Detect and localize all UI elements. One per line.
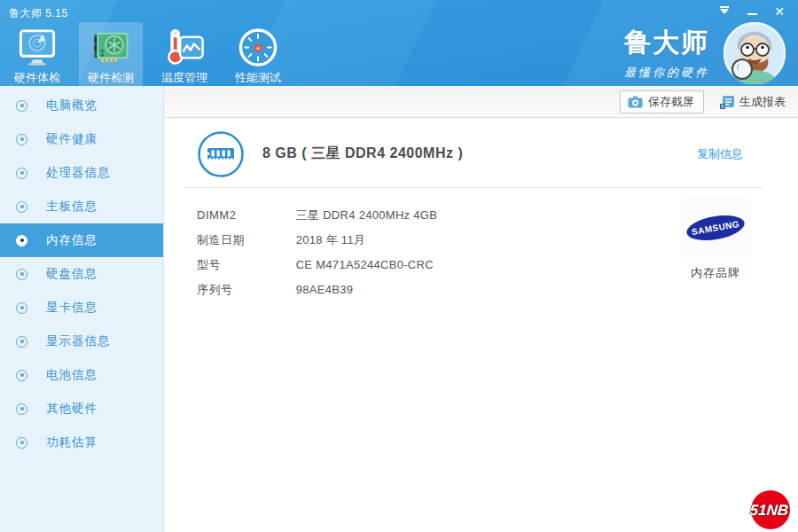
memory-brand-logo: SAMSUNG [681,198,750,257]
tab-label: 硬件检测 [88,70,134,86]
sidebar-item-monitor-info[interactable]: 显示器信息 [0,325,163,358]
gpu-card-icon [90,27,132,68]
svg-text:51NB: 51NB [749,502,789,519]
generate-report-button[interactable]: 生成报表 [720,94,786,110]
sidebar-item-gpu-info[interactable]: 显卡信息 [0,291,163,325]
sidebar-item-power-estimate[interactable]: 功耗估算 [0,426,163,459]
tab-temperature[interactable]: 温度管理 [153,22,216,86]
camera-icon [628,96,643,108]
detail-value: CE M471A5244CB0-CRC [296,258,434,271]
tab-label: 温度管理 [161,70,207,86]
radio-icon [16,370,27,381]
radio-icon [16,201,27,213]
detail-value: 98AE4B39 [296,283,354,296]
window-controls: ✕ [715,4,789,20]
sidebar-item-disk-info[interactable]: 硬盘信息 [0,257,163,291]
close-button[interactable]: ✕ [770,4,789,20]
ram-icon [197,130,245,178]
detail-row-manufacture-date: 制造日期 2018 年 11月 [197,232,365,248]
divider [184,187,763,188]
tab-performance[interactable]: 性能测试 [226,22,290,86]
radio-icon [16,269,27,280]
skin-menu-button[interactable] [715,4,734,20]
memory-brand-caption: 内存品牌 [681,265,750,281]
sidebar-item-motherboard-info[interactable]: 主板信息 [0,190,163,223]
detail-row-model: 型号 CE M471A5244CB0-CRC [197,257,434,273]
app-slogan: 最懂你的硬件 [624,65,709,81]
app-logo: 鲁大师 最懂你的硬件 [624,25,709,81]
speedometer-icon [237,27,279,68]
detail-label: DIMM2 [197,208,293,222]
detail-label: 制造日期 [197,232,293,248]
samsung-logo: SAMSUNG [681,201,750,254]
radio-icon [16,403,27,415]
skin-menu-icon [720,6,729,8]
radio-icon [16,168,27,179]
radio-icon [16,100,27,112]
radio-icon [16,235,27,246]
detail-row-serial: 序列号 98AE4B39 [197,282,353,298]
detail-value: 2018 年 11月 [296,233,366,246]
51nb-watermark: 51NB [749,489,792,530]
memory-summary: 8 GB ( 三星 DDR4 2400MHz ) [262,145,463,163]
memory-info-panel: 8 GB ( 三星 DDR4 2400MHz ) 复制信息 DIMM2 三星 D… [165,118,798,532]
sidebar-item-battery-info[interactable]: 电池信息 [0,358,163,392]
detail-label: 序列号 [197,282,293,298]
main-nav: 硬件体检 硬件检测 [5,22,300,86]
sidebar-item-hardware-health[interactable]: 硬件健康 [0,122,163,156]
minimize-button[interactable] [742,4,762,20]
generate-report-label: 生成报表 [739,94,786,110]
detail-label: 型号 [197,257,293,273]
detail-row-dimm: DIMM2 三星 DDR4 2400MHz 4GB [197,207,437,223]
sidebar: 电脑概览 硬件健康 处理器信息 主板信息 内存信息 硬盘信息 显卡信息 显示器信… [0,86,164,532]
thermometer-chart-icon [163,27,206,68]
content-toolbar: 保存截屏 生成报表 [164,86,798,118]
save-screenshot-label: 保存截屏 [648,94,694,110]
radio-icon [16,302,27,314]
title-bar: 鲁大师 5.15 ✕ 硬件体检 [0,0,798,86]
window-title: 鲁大师 5.15 [9,6,68,21]
sidebar-item-other-hardware[interactable]: 其他硬件 [0,392,163,426]
copy-info-link[interactable]: 复制信息 [697,146,743,162]
sidebar-item-memory-info[interactable]: 内存信息 [0,223,163,257]
save-screenshot-button[interactable]: 保存截屏 [620,90,704,113]
sidebar-item-computer-overview[interactable]: 电脑概览 [0,89,163,122]
app-logo-text: 鲁大师 [624,25,709,61]
radio-icon [16,336,27,348]
tab-hardware-checkup[interactable]: 硬件体检 [5,22,69,86]
tab-label: 硬件体检 [14,70,60,86]
tab-label: 性能测试 [235,70,281,86]
sidebar-item-cpu-info[interactable]: 处理器信息 [0,156,163,190]
tab-hardware-detection[interactable]: 硬件检测 [79,22,143,86]
monitor-radar-icon [16,27,59,68]
minimize-icon [747,13,757,15]
detail-value: 三星 DDR4 2400MHz 4GB [296,208,438,222]
chevron-down-icon [720,9,729,14]
mascot-avatar [724,22,786,84]
radio-icon [16,437,27,449]
radio-icon [16,134,27,145]
report-icon [720,95,734,109]
